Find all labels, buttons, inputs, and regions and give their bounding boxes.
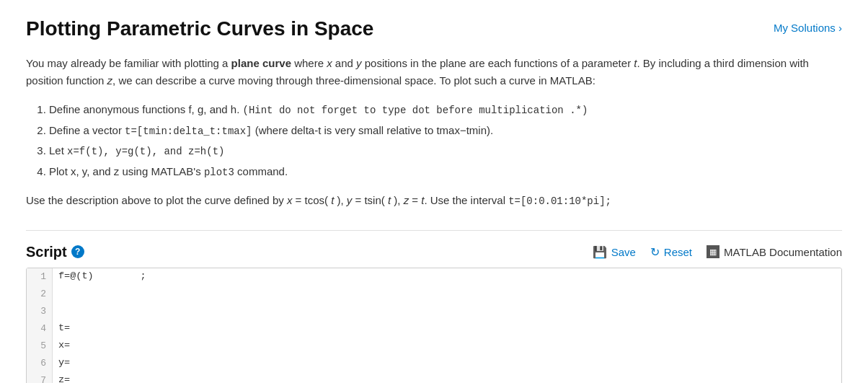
bold-plane-curve: plane curve	[231, 57, 291, 69]
section-divider	[26, 230, 842, 231]
line-number: 4	[27, 320, 53, 338]
page-container: Plotting Parametric Curves in Space My S…	[0, 0, 868, 383]
page-title: Plotting Parametric Curves in Space	[26, 17, 373, 40]
line-number: 5	[27, 338, 53, 355]
task-interval-code: t=[0:0.01:10*pi];	[508, 195, 611, 207]
italic-y: y	[356, 57, 362, 69]
task-z-var: z	[404, 194, 409, 206]
script-section: Script ? 💾 Save ↻ Reset ▦ MATLAB Documen…	[26, 244, 842, 383]
line-content[interactable]: y=	[53, 355, 841, 372]
reset-button[interactable]: ↻ Reset	[650, 245, 692, 259]
step-4-code: plot3	[204, 167, 234, 178]
save-icon: 💾	[593, 245, 607, 259]
line-number: 7	[27, 372, 53, 383]
italic-x: x	[327, 57, 332, 69]
steps-list: Define anonymous functions f, g, and h. …	[49, 100, 842, 182]
line-number: 1	[27, 268, 53, 286]
save-button[interactable]: 💾 Save	[593, 245, 636, 259]
intro-paragraph: You may already be familiar with plottin…	[26, 55, 842, 89]
save-label: Save	[611, 246, 636, 258]
step-3-code: x=f(t), y=g(t), and z=h(t)	[67, 146, 224, 157]
code-line: 6y=	[27, 355, 841, 372]
line-content[interactable]	[53, 303, 841, 320]
line-content[interactable]: f=@(t) ;	[53, 268, 841, 286]
code-line: 1f=@(t) ;	[27, 268, 841, 286]
task-t-var1: t	[331, 194, 334, 206]
step-1-code: (Hint do not forget to type dot before m…	[243, 105, 588, 116]
step-1: Define anonymous functions f, g, and h. …	[49, 100, 842, 120]
task-paragraph: Use the description above to plot the cu…	[26, 192, 842, 209]
task-x-var: x	[287, 194, 293, 206]
line-number: 3	[27, 303, 53, 320]
script-title-text: Script	[26, 244, 67, 260]
matlab-doc-button[interactable]: ▦ MATLAB Documentation	[707, 245, 842, 258]
header-row: Plotting Parametric Curves in Space My S…	[26, 17, 842, 40]
help-icon[interactable]: ?	[71, 245, 84, 258]
line-number: 6	[27, 355, 53, 372]
script-header: Script ? 💾 Save ↻ Reset ▦ MATLAB Documen…	[26, 244, 842, 260]
reset-label: Reset	[664, 246, 692, 258]
step-2: Define a vector t=[tmin:delta_t:tmax] (w…	[49, 120, 842, 141]
reset-icon: ↻	[650, 245, 660, 259]
code-line: 5x=	[27, 338, 841, 355]
line-content[interactable]	[53, 286, 841, 303]
my-solutions-link[interactable]: My Solutions ›	[774, 22, 842, 34]
line-content[interactable]: x=	[53, 338, 841, 355]
code-line: 4t=	[27, 320, 841, 338]
code-lines-container: 1f=@(t) ;234t=5x=6y=7z=8p=	[27, 268, 841, 383]
line-number: 2	[27, 286, 53, 303]
code-line: 3	[27, 303, 841, 320]
matlab-doc-icon: ▦	[707, 245, 719, 258]
step-4: Plot x, y, and z using MATLAB's plot3 co…	[49, 162, 842, 182]
script-title-container: Script ?	[26, 244, 84, 260]
line-content[interactable]: t=	[53, 320, 841, 338]
task-y-var: y	[347, 194, 353, 206]
code-line: 2	[27, 286, 841, 303]
step-3: Let x=f(t), y=g(t), and z=h(t)	[49, 141, 842, 162]
task-t-var3: t	[421, 194, 424, 206]
italic-z: z	[107, 74, 113, 87]
matlab-doc-label: MATLAB Documentation	[724, 246, 842, 258]
code-editor[interactable]: 1f=@(t) ;234t=5x=6y=7z=8p=	[26, 268, 842, 383]
code-line: 7z=	[27, 372, 841, 383]
line-content[interactable]: z=	[53, 372, 841, 383]
step-2-code: t=[tmin:delta_t:tmax]	[125, 126, 252, 137]
italic-t: t	[634, 57, 637, 69]
script-actions: 💾 Save ↻ Reset ▦ MATLAB Documentation	[593, 245, 842, 259]
task-t-var2: t	[388, 194, 391, 206]
